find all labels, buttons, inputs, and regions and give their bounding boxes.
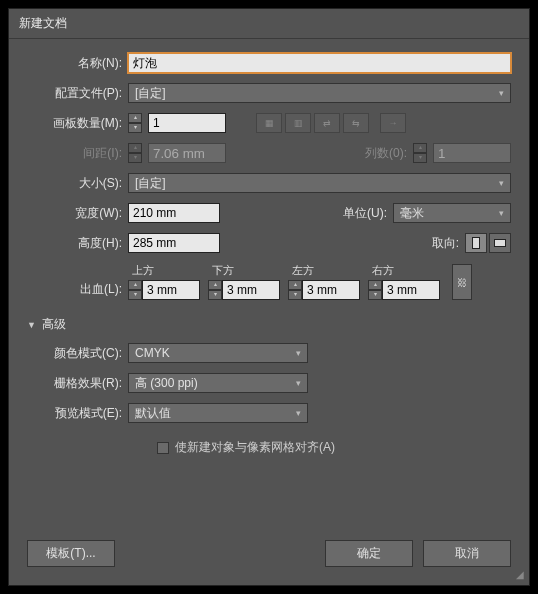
orientation-buttons [465, 233, 511, 253]
bleed-top-input[interactable] [142, 280, 200, 300]
resize-grip-icon[interactable]: ◢ [516, 569, 524, 580]
link-bleed-button[interactable]: ⛓ [452, 264, 472, 300]
profile-label: 配置文件(P): [27, 85, 122, 102]
units-label: 单位(U): [317, 205, 387, 222]
units-value: 毫米 [400, 205, 424, 222]
name-row: 名称(N): [27, 53, 511, 73]
width-input[interactable] [128, 203, 220, 223]
preview-value: 默认值 [135, 405, 171, 422]
dialog-content: 名称(N): 配置文件(P): [自定] 画板数量(M): ▴▾ ▦ ▥ ⇄ ⇆… [9, 39, 529, 528]
raster-value: 高 (300 ppi) [135, 375, 198, 392]
artboards-input[interactable] [148, 113, 226, 133]
cancel-button[interactable]: 取消 [423, 540, 511, 567]
size-row: 大小(S): [自定] [27, 173, 511, 193]
artboards-label: 画板数量(M): [27, 115, 122, 132]
profile-row: 配置文件(P): [自定] [27, 83, 511, 103]
size-value: [自定] [135, 175, 166, 192]
bleed-top-label: 上方 [128, 263, 200, 278]
color-mode-select[interactable]: CMYK [128, 343, 308, 363]
advanced-section-header[interactable]: ▼ 高级 [27, 316, 511, 333]
advanced-label: 高级 [42, 316, 66, 333]
artboards-row: 画板数量(M): ▴▾ ▦ ▥ ⇄ ⇆ → [27, 113, 511, 133]
spacing-row: 间距(I): ▴▾ 列数(0): ▴▾ [27, 143, 511, 163]
arrange-buttons: ▦ ▥ ⇄ ⇆ → [256, 113, 406, 133]
bleed-right-label: 右方 [368, 263, 440, 278]
bleed-left-label: 左方 [288, 263, 360, 278]
bleed-right-stepper[interactable]: ▴▾ [368, 280, 382, 300]
preview-row: 预览模式(E): 默认值 [27, 403, 511, 423]
orientation-label: 取向: [389, 235, 459, 252]
bleed-label: 出血(L): [27, 281, 122, 298]
align-grid-row: 使新建对象与像素网格对齐(A) [157, 439, 511, 456]
arrange-row-rtl-icon: ⇄ [314, 113, 340, 133]
width-label: 宽度(W): [27, 205, 122, 222]
height-input[interactable] [128, 233, 220, 253]
arrange-grid-col-icon: ▥ [285, 113, 311, 133]
height-row: 高度(H): 取向: [27, 233, 511, 253]
spacing-label: 间距(I): [27, 145, 122, 162]
align-grid-label: 使新建对象与像素网格对齐(A) [175, 439, 335, 456]
arrange-arrow-icon: → [380, 113, 406, 133]
color-mode-row: 颜色模式(C): CMYK [27, 343, 511, 363]
dialog-title: 新建文档 [9, 9, 529, 39]
disclosure-triangle-icon: ▼ [27, 320, 36, 330]
spacing-input [148, 143, 226, 163]
columns-label: 列数(0): [337, 145, 407, 162]
artboards-stepper[interactable]: ▴▾ [128, 113, 142, 133]
bleed-group: 上方 ▴▾ 下方 ▴▾ 左方 ▴▾ [128, 263, 440, 300]
preview-label: 预览模式(E): [27, 405, 122, 422]
arrange-row-ltr-icon: ⇆ [343, 113, 369, 133]
bleed-row: 出血(L): 上方 ▴▾ 下方 ▴▾ 左方 [27, 263, 511, 300]
color-mode-label: 颜色模式(C): [27, 345, 122, 362]
spacing-stepper: ▴▾ [128, 143, 142, 163]
raster-row: 栅格效果(R): 高 (300 ppi) [27, 373, 511, 393]
orientation-portrait-button[interactable] [465, 233, 487, 253]
bleed-left-input[interactable] [302, 280, 360, 300]
preview-select[interactable]: 默认值 [128, 403, 308, 423]
ok-button[interactable]: 确定 [325, 540, 413, 567]
align-grid-checkbox[interactable] [157, 442, 169, 454]
columns-input [433, 143, 511, 163]
profile-select[interactable]: [自定] [128, 83, 511, 103]
size-select[interactable]: [自定] [128, 173, 511, 193]
size-label: 大小(S): [27, 175, 122, 192]
name-input[interactable] [128, 53, 511, 73]
bleed-right-input[interactable] [382, 280, 440, 300]
height-label: 高度(H): [27, 235, 122, 252]
color-mode-value: CMYK [135, 346, 170, 360]
name-label: 名称(N): [27, 55, 122, 72]
raster-select[interactable]: 高 (300 ppi) [128, 373, 308, 393]
new-document-dialog: 新建文档 名称(N): 配置文件(P): [自定] 画板数量(M): ▴▾ ▦ … [8, 8, 530, 586]
bleed-bottom-label: 下方 [208, 263, 280, 278]
template-button[interactable]: 模板(T)... [27, 540, 115, 567]
button-bar: 模板(T)... 确定 取消 [9, 528, 529, 585]
raster-label: 栅格效果(R): [27, 375, 122, 392]
arrange-grid-row-icon: ▦ [256, 113, 282, 133]
bleed-bottom-stepper[interactable]: ▴▾ [208, 280, 222, 300]
bleed-left-stepper[interactable]: ▴▾ [288, 280, 302, 300]
columns-stepper: ▴▾ [413, 143, 427, 163]
width-row: 宽度(W): 单位(U): 毫米 [27, 203, 511, 223]
orientation-landscape-button[interactable] [489, 233, 511, 253]
bleed-top-stepper[interactable]: ▴▾ [128, 280, 142, 300]
bleed-bottom-input[interactable] [222, 280, 280, 300]
units-select[interactable]: 毫米 [393, 203, 511, 223]
profile-value: [自定] [135, 85, 166, 102]
